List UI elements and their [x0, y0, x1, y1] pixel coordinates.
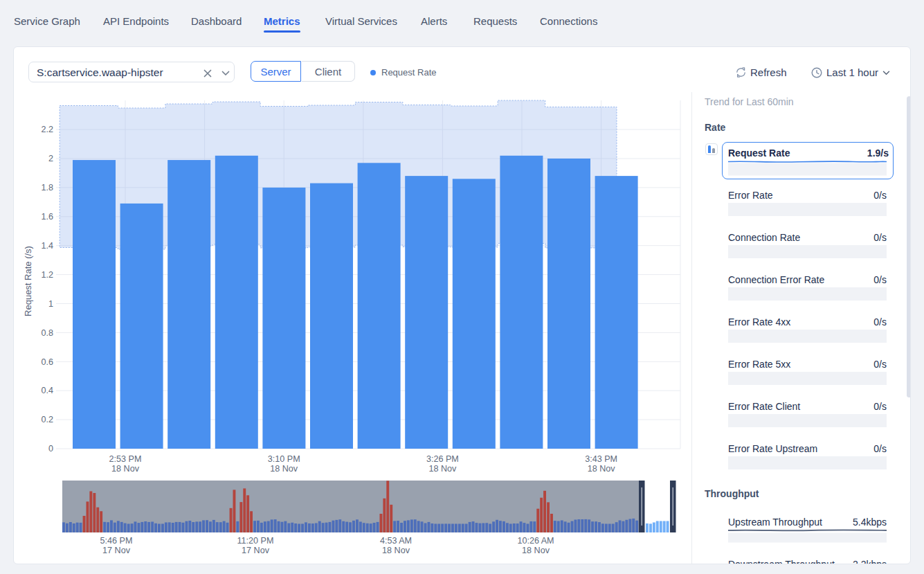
svg-text:Request Rate (/s): Request Rate (/s)	[23, 246, 33, 316]
svg-text:18 Nov: 18 Nov	[428, 464, 457, 474]
svg-text:2:53 PM: 2:53 PM	[109, 454, 142, 464]
svg-text:2.2: 2.2	[41, 125, 53, 134]
svg-text:0: 0	[48, 444, 53, 454]
svg-text:1: 1	[48, 299, 53, 309]
svg-text:0.6: 0.6	[41, 357, 53, 367]
svg-text:3:10 PM: 3:10 PM	[268, 454, 300, 464]
svg-text:3:43 PM: 3:43 PM	[585, 454, 617, 464]
svg-text:0.2: 0.2	[41, 415, 53, 424]
svg-text:18 Nov: 18 Nov	[111, 464, 140, 474]
svg-text:18 Nov: 18 Nov	[270, 464, 298, 474]
svg-text:1.8: 1.8	[41, 183, 53, 192]
svg-text:18 Nov: 18 Nov	[588, 464, 616, 474]
svg-text:1.2: 1.2	[41, 270, 53, 280]
svg-text:3:26 PM: 3:26 PM	[426, 454, 459, 464]
svg-text:1.6: 1.6	[41, 212, 53, 222]
svg-text:0.4: 0.4	[41, 386, 53, 395]
svg-text:0.8: 0.8	[41, 328, 53, 338]
svg-text:1.4: 1.4	[41, 241, 53, 251]
svg-text:2: 2	[48, 154, 53, 163]
